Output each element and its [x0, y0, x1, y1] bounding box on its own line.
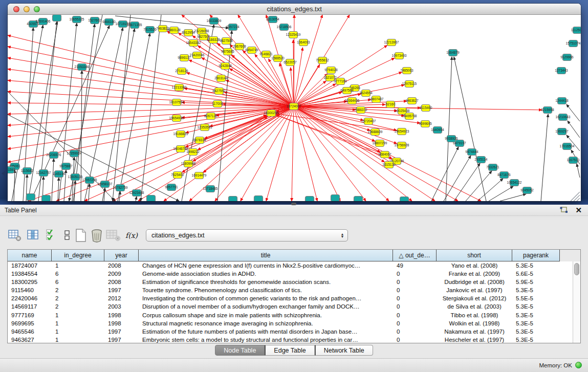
graph-node[interactable]: 12353593 [198, 124, 212, 131]
table-cell[interactable]: 1 [52, 311, 104, 319]
graph-node[interactable]: 8186328 [207, 37, 220, 43]
table-row[interactable]: 1872400712008Changes of HCN gene express… [8, 261, 573, 270]
graph-node[interactable]: 18495768 [402, 113, 417, 120]
graph-node[interactable] [254, 196, 263, 202]
graph-node[interactable] [306, 196, 314, 202]
create-column-button[interactable] [73, 228, 89, 243]
graph-node[interactable]: 9975887 [59, 163, 73, 170]
table-cell[interactable]: 1 [52, 327, 104, 336]
table-cell[interactable]: Dudbridge et al. (2008) [437, 278, 512, 286]
graph-node[interactable] [27, 194, 35, 201]
table-cell[interactable]: 0 [393, 270, 437, 278]
graph-node[interactable]: 20206576 [47, 152, 61, 159]
table-cell[interactable]: 1 [52, 319, 104, 327]
table-row[interactable]: 977716911998Corpus callosum shape and si… [8, 311, 573, 319]
graph-node[interactable]: 9146821 [259, 51, 273, 58]
graph-node[interactable]: 16914479 [192, 172, 207, 179]
graph-node[interactable]: 7815526 [143, 27, 157, 33]
column-header-out_de[interactable]: △ out_de… [393, 250, 437, 261]
graph-node[interactable]: 2803144 [214, 75, 228, 82]
graph-node[interactable]: 1615132 [382, 162, 396, 168]
graph-node[interactable]: 12975115 [402, 81, 417, 87]
table-cell[interactable]: 1997 [104, 286, 139, 294]
table-cell[interactable]: 0 [393, 319, 437, 327]
graph-node[interactable]: 7632621 [486, 164, 499, 171]
table-cell[interactable]: 5.3E-5 [512, 286, 560, 294]
graph-node[interactable]: 17016504 [560, 143, 575, 150]
table-cell[interactable]: 2 [52, 294, 104, 302]
table-cell[interactable]: 9465546 [8, 327, 52, 336]
graph-node[interactable]: 11809948 [181, 161, 196, 167]
table-cell[interactable]: 5.3E-5 [512, 336, 560, 343]
graph-node[interactable]: 19654923 [395, 128, 409, 135]
graph-node[interactable]: 9463627 [405, 98, 419, 104]
table-row[interactable]: 946362711997Embryonic stem cells: a mode… [8, 336, 573, 343]
table-cell[interactable]: Wolkin et al. (1998) [437, 319, 512, 327]
graph-node[interactable]: 1588520 [271, 55, 285, 62]
table-cell[interactable]: 5.6E-5 [512, 270, 560, 278]
graph-node[interactable]: 2967608 [233, 43, 246, 50]
table-cell[interactable]: 2003 [104, 302, 139, 311]
graph-node[interactable]: 8878334 [193, 137, 206, 144]
graph-node[interactable]: 12325419 [286, 32, 301, 38]
table-cell[interactable]: 5.3E-5 [512, 302, 560, 311]
graph-node[interactable]: 18807299 [373, 140, 387, 147]
table-cell[interactable]: 5.3E-5 [512, 327, 560, 336]
table-cell[interactable]: Changes of HCN gene expression and I(f) … [139, 261, 393, 270]
graph-node[interactable]: 19166825 [173, 131, 188, 138]
memory-status-indicator[interactable] [575, 362, 582, 368]
graph-node[interactable]: 8813054 [266, 16, 279, 23]
graph-node[interactable]: 117006 [212, 101, 223, 107]
graph-node[interactable]: 12342757 [36, 170, 51, 177]
graph-node[interactable]: 62160 [386, 101, 395, 108]
graph-node[interactable]: 7625402 [171, 172, 184, 179]
graph-node[interactable]: 10654122 [507, 180, 522, 186]
graph-node[interactable]: 17957255 [82, 177, 97, 184]
network-canvas[interactable]: 4305572376914061065532515276026466160107… [8, 15, 581, 201]
graph-node[interactable]: 1664879 [446, 50, 460, 56]
tab-edge-table[interactable]: Edge Table [265, 345, 314, 356]
table-cell[interactable]: Tibbo et al. (1998) [437, 311, 512, 319]
graph-node[interactable]: 391593 [8, 167, 15, 173]
table-row[interactable]: 1830029562008Estimation of significance … [8, 278, 573, 286]
table-cell[interactable]: Genome-wide association studies in ADHD. [139, 270, 393, 278]
column-header-short[interactable]: short [437, 250, 512, 261]
table-cell[interactable]: 1 [52, 261, 104, 270]
float-panel-button[interactable] [560, 207, 568, 214]
graph-node[interactable]: 10655325 [70, 16, 84, 23]
table-cell[interactable]: Franke et al. (2009) [437, 270, 512, 278]
table-cell[interactable]: 0 [393, 286, 437, 294]
table-cell[interactable]: 1 [52, 336, 104, 343]
column-header-in_degree[interactable]: in_degree [52, 250, 104, 261]
table-cell[interactable]: Embryonic stem cells: a model to study s… [139, 336, 393, 343]
table-scrollbar[interactable] [573, 261, 580, 343]
graph-node[interactable]: 16782759 [113, 185, 128, 191]
graph-node[interactable]: 1527602 [88, 17, 101, 24]
graph-node[interactable]: 9684067 [378, 151, 391, 158]
graph-node[interactable]: 1273443 [555, 68, 568, 74]
graph-node[interactable]: 9875685 [221, 49, 234, 55]
table-cell[interactable]: 1997 [104, 336, 139, 343]
table-row[interactable]: 1456911722003Disruption of a novel membe… [8, 302, 573, 311]
table-cell[interactable]: 18724007 [8, 261, 52, 270]
table-cell[interactable]: 5.9E-5 [512, 278, 560, 286]
graph-node[interactable]: 9115460 [420, 105, 432, 112]
graph-node[interactable]: 7357224 [226, 24, 239, 31]
graph-node[interactable]: 8427552 [212, 88, 226, 95]
graph-node[interactable]: 3624554 [359, 90, 373, 97]
graph-node[interactable]: 6522057 [284, 59, 297, 66]
table-cell[interactable]: 5.3E-5 [512, 261, 560, 270]
close-window-icon[interactable] [13, 6, 19, 12]
graph-node[interactable]: 10807487 [369, 96, 384, 103]
table-cell[interactable]: 22420046 [8, 294, 52, 302]
graph-node[interactable]: 9699695 [419, 121, 432, 127]
graph-node[interactable]: 9474444 [465, 149, 478, 156]
graph-node[interactable]: 15720407 [361, 118, 376, 125]
table-row[interactable]: 969969511998Structural magnetic resonanc… [8, 319, 573, 327]
graph-node[interactable]: 1640954 [431, 127, 444, 134]
table-cell[interactable]: 5.5E-5 [512, 294, 560, 302]
graph-node[interactable]: 16543382 [186, 40, 201, 47]
table-cell[interactable]: 18300295 [8, 278, 52, 286]
graph-node[interactable]: 7955812 [316, 57, 329, 64]
collapse-panel-icon[interactable] [2, 171, 5, 176]
